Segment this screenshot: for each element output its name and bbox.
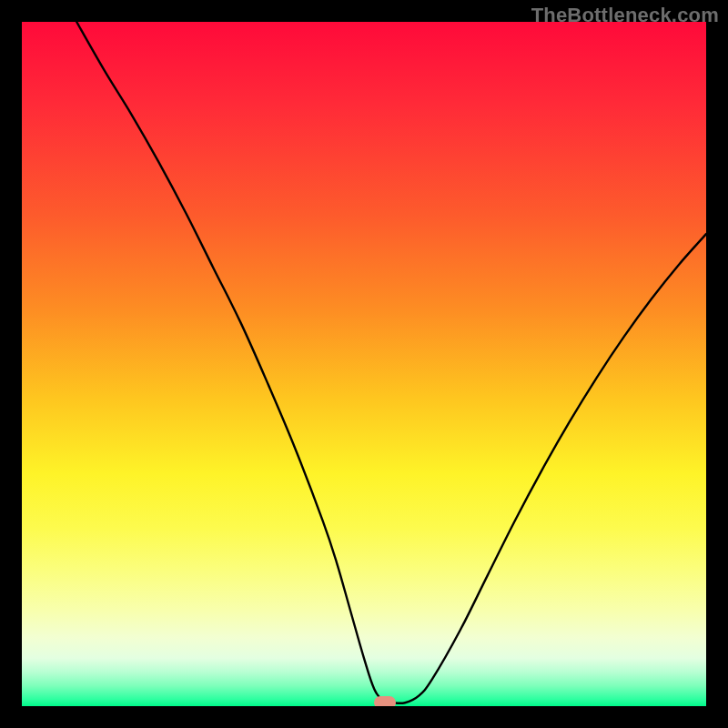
optimal-marker bbox=[374, 696, 396, 706]
plot-area bbox=[22, 22, 706, 706]
bottleneck-curve bbox=[22, 22, 706, 706]
chart-stage: TheBottleneck.com bbox=[0, 0, 728, 728]
